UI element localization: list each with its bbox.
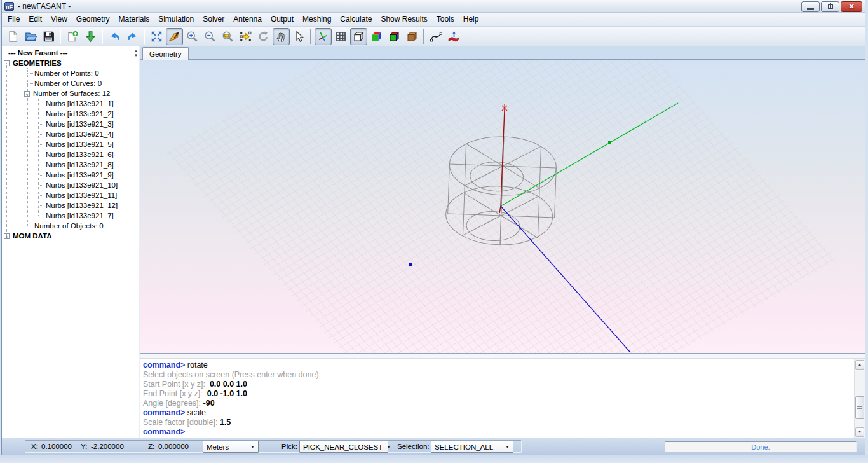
tree-item-number-of-objects-0[interactable]: Number of Objects: 0 xyxy=(27,221,139,231)
toolbar-fit-view-button[interactable] xyxy=(148,28,165,45)
tree-item-nurbs-id133e921-8-[interactable]: Nurbs [id133e921_8] xyxy=(39,160,139,170)
toolbar-textured-view-button[interactable] xyxy=(403,28,421,45)
toolbar-grid-button[interactable] xyxy=(332,28,349,45)
title-bar[interactable]: nF - newFASANT - ✕ xyxy=(2,0,865,13)
toolbar-rotate-view-button[interactable] xyxy=(255,28,272,45)
menu-item-output[interactable]: Output xyxy=(266,13,298,26)
tree-item-label: Nurbs [id133e921_7] xyxy=(46,212,114,219)
tree-connector-line xyxy=(27,68,28,226)
axes-icon xyxy=(317,31,329,43)
tree-item-nurbs-id133e921-10-[interactable]: Nurbs [id133e921_10] xyxy=(39,180,139,190)
menu-item-view[interactable]: View xyxy=(46,13,72,26)
viewport-3d-canvas[interactable] xyxy=(140,60,867,354)
units-dropdown[interactable]: Meters▼ xyxy=(203,441,259,453)
menu-item-tools[interactable]: Tools xyxy=(432,13,459,26)
tree-item-number-of-curves-0[interactable]: Number of Curves: 0 xyxy=(27,78,139,88)
console-output[interactable]: command> rotateSelect objects on screen … xyxy=(140,359,854,438)
toolbar-zoom-out-button[interactable] xyxy=(201,28,219,45)
toolbar-add-page-button[interactable] xyxy=(64,28,81,45)
command-console[interactable]: command> rotateSelect objects on screen … xyxy=(140,353,865,438)
zoom-window-icon xyxy=(222,31,234,43)
tree-item--new-fasant-[interactable]: --- New Fasant --- xyxy=(8,48,139,58)
scrollbar-thumb[interactable] xyxy=(855,396,864,419)
toolbar-pan-button[interactable] xyxy=(273,28,290,45)
tree-item-nurbs-id133e921-1-[interactable]: Nurbs [id133e921_1] xyxy=(39,99,139,109)
tree-item-nurbs-id133e921-5-[interactable]: Nurbs [id133e921_5] xyxy=(39,139,139,149)
toolbar-perspective-view-button[interactable] xyxy=(166,28,183,45)
menu-item-show-results[interactable]: Show Results xyxy=(376,13,431,26)
tree-item-nurbs-id133e921-7-[interactable]: Nurbs [id133e921_7] xyxy=(39,211,139,221)
menu-item-simulation[interactable]: Simulation xyxy=(154,13,198,26)
toolbar-solid-view-button[interactable] xyxy=(368,28,385,45)
close-icon: ✕ xyxy=(848,3,854,11)
tab-bar: Geometry xyxy=(140,46,865,60)
toolbar-select-cursor-button[interactable] xyxy=(290,28,308,45)
wireframe-view-icon xyxy=(353,31,365,43)
restore-button[interactable] xyxy=(821,1,839,12)
minimize-button[interactable] xyxy=(801,1,820,12)
tree-item-number-of-surfaces-12[interactable]: -Number of Surfaces: 12 xyxy=(24,88,139,99)
scroll-up-button[interactable]: ▲ xyxy=(855,360,864,370)
close-button[interactable]: ✕ xyxy=(841,1,862,12)
console-line: Select objects on screen (Press enter wh… xyxy=(143,370,854,380)
tree-item-label: Nurbs [id133e921_1] xyxy=(46,100,114,107)
tree-item-label: Nurbs [id133e921_5] xyxy=(46,141,114,148)
menu-item-solver[interactable]: Solver xyxy=(198,13,229,26)
coord-z-label: Z: xyxy=(148,443,154,450)
scroll-down-button[interactable]: ▼ xyxy=(855,427,864,437)
menu-item-materials[interactable]: Materials xyxy=(114,13,154,26)
tree-item-nurbs-id133e921-4-[interactable]: Nurbs [id133e921_4] xyxy=(39,129,139,139)
menu-item-edit[interactable]: Edit xyxy=(24,13,46,26)
toolbar-new-document-button[interactable] xyxy=(4,28,22,45)
toolbar-axes-button[interactable] xyxy=(315,28,332,45)
toolbar-open-file-button[interactable] xyxy=(22,28,39,45)
tree-item-label: Nurbs [id133e921_12] xyxy=(46,202,118,209)
toolbar-curve-tool-button[interactable] xyxy=(428,28,445,45)
tree-connector-stub xyxy=(39,185,44,186)
tree-item-nurbs-id133e921-9-[interactable]: Nurbs [id133e921_9] xyxy=(39,170,139,180)
tab-geometry[interactable]: Geometry xyxy=(142,47,189,60)
tree-item-label: Nurbs [id133e921_2] xyxy=(46,110,114,118)
menu-item-geometry[interactable]: Geometry xyxy=(72,13,114,26)
menu-item-antenna[interactable]: Antenna xyxy=(229,13,266,26)
toolbar-redo-button[interactable] xyxy=(124,28,141,45)
point-marker[interactable] xyxy=(409,263,412,266)
toolbar-save-button[interactable] xyxy=(40,28,57,45)
tree-item-label: Nurbs [id133e921_3] xyxy=(46,120,114,128)
toolbar-undo-button[interactable] xyxy=(106,28,123,45)
tree-item-number-of-points-0[interactable]: Number of Points: 0 xyxy=(27,68,139,78)
toolbar-wireframe-view-button[interactable] xyxy=(350,28,367,45)
toolbar-zoom-in-button[interactable] xyxy=(184,28,201,45)
console-splitter[interactable] xyxy=(140,354,865,359)
tree-item-nurbs-id133e921-3-[interactable]: Nurbs [id133e921_3] xyxy=(39,119,139,129)
selection-mode-dropdown[interactable]: SELECTION_ALL▼ xyxy=(431,441,513,453)
tree-item-nurbs-id133e921-12-[interactable]: Nurbs [id133e921_12] xyxy=(39,200,139,211)
tree-connector-stub xyxy=(39,216,44,216)
toolbar-show-hide-button[interactable] xyxy=(237,28,254,45)
toolbar-import-geometry-button[interactable] xyxy=(82,28,99,45)
toolbar-surface-tool-button[interactable] xyxy=(445,28,463,45)
pick-mode-dropdown[interactable]: PICK_NEAR_CLOSEST▼ xyxy=(299,441,388,453)
tree-item-label: MOM DATA xyxy=(13,232,52,240)
toolbar-separator xyxy=(60,29,61,44)
toolbar-separator xyxy=(423,29,424,44)
chevron-down-icon: ▼ xyxy=(505,445,510,449)
fit-view-icon xyxy=(151,31,163,43)
menu-item-calculate[interactable]: Calculate xyxy=(336,13,376,26)
tree-item-label: Number of Surfaces: 12 xyxy=(33,90,110,97)
tree-item-nurbs-id133e921-11-[interactable]: Nurbs [id133e921_11] xyxy=(39,190,139,200)
console-scrollbar[interactable]: ▲ ▼ xyxy=(854,359,865,438)
toolbar-zoom-window-button[interactable] xyxy=(219,28,236,45)
minimize-icon xyxy=(807,8,814,10)
toolbar-solid-view-alt-button[interactable] xyxy=(386,28,403,45)
tree-item-nurbs-id133e921-2-[interactable]: Nurbs [id133e921_2] xyxy=(39,109,139,119)
menu-item-file[interactable]: File xyxy=(3,13,24,26)
add-page-icon xyxy=(67,31,79,43)
tree-item-geometries[interactable]: -GEOMETRIES xyxy=(4,58,139,68)
tree-item-mom-data[interactable]: +MOM DATA xyxy=(4,231,139,241)
menu-item-meshing[interactable]: Meshing xyxy=(298,13,336,26)
tree-item-nurbs-id133e921-6-[interactable]: Nurbs [id133e921_6] xyxy=(39,149,139,160)
panel-splitter-icon[interactable]: ▲ ▼ xyxy=(133,49,139,58)
viewport-3d[interactable] xyxy=(140,60,865,354)
menu-item-help[interactable]: Help xyxy=(459,13,484,26)
